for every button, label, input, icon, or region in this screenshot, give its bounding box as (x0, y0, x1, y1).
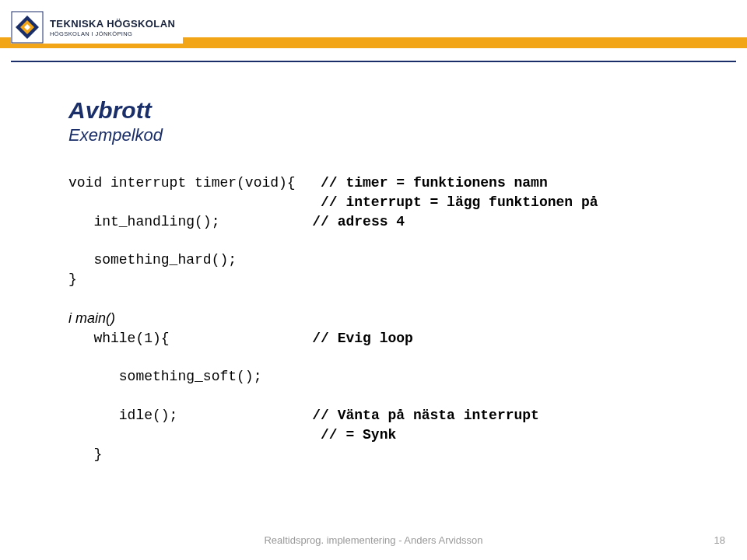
code-l8: i main() (68, 310, 115, 326)
slide-subtitle: Exempelkod (68, 125, 700, 145)
footer-text: Realtidsprog. implementering - Anders Ar… (0, 534, 747, 546)
code-c3: // adress 4 (312, 214, 405, 229)
logo-icon (11, 11, 44, 44)
code-c9: // Evig loop (312, 331, 413, 346)
code-l15: } (68, 446, 102, 462)
code-c1: // timer = funktionens namn (321, 175, 548, 191)
logo-text-bottom: HÖGSKOLAN I JÖNKÖPING (50, 30, 175, 37)
code-l11: something_soft(); (68, 369, 261, 384)
logo: TEKNISKA HÖGSKOLAN HÖGSKOLAN I JÖNKÖPING (11, 11, 183, 44)
code-block: void interrupt timer(void){ // timer = f… (68, 173, 700, 464)
code-l5: something_hard(); (68, 252, 237, 268)
code-l3: int_handling(); (68, 214, 219, 229)
code-l6: } (68, 271, 77, 287)
code-c14: // = Synk (321, 427, 396, 443)
logo-text-top: TEKNISKA HÖGSKOLAN (50, 18, 175, 30)
code-c13: // Vänta på nästa interrupt (312, 408, 539, 423)
page-number: 18 (714, 534, 725, 546)
slide-title: Avbrott (68, 97, 700, 124)
divider (11, 61, 736, 62)
slide-content: Avbrott Exempelkod void interrupt timer(… (68, 97, 700, 464)
code-l1: void interrupt timer(void){ (68, 175, 296, 191)
code-l9: while(1){ (68, 331, 170, 346)
code-l13: idle(); (68, 408, 177, 423)
code-c2: // interrupt = lägg funktionen på (321, 194, 598, 210)
